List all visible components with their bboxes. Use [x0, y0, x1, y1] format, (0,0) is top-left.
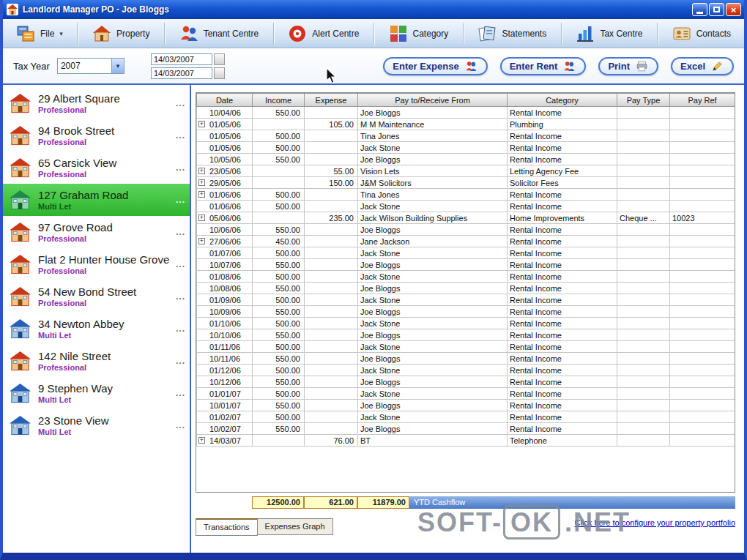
- menu-item-category[interactable]: Category: [386, 23, 452, 45]
- property-options-button[interactable]: ...: [174, 356, 187, 366]
- table-row[interactable]: +29/05/06150.00J&M SolicitorsSolicitor F…: [197, 177, 735, 189]
- property-options-button[interactable]: ...: [174, 163, 187, 173]
- enter-rent-button[interactable]: Enter Rent: [500, 57, 587, 75]
- cell-payref: [670, 247, 735, 259]
- expand-icon[interactable]: +: [198, 168, 205, 174]
- table-row[interactable]: 10/07/06550.00Joe BloggsRental Income: [197, 259, 735, 271]
- property-item[interactable]: 127 Graham RoadMulti Let...: [3, 184, 190, 216]
- property-item[interactable]: 29 Albert SquareProfessional...: [3, 87, 190, 119]
- table-row[interactable]: 01/06/06500.00Jack StoneRental Income: [197, 201, 735, 212]
- tab-expenses-graph[interactable]: Expenses Graph: [257, 518, 333, 535]
- expand-icon[interactable]: +: [198, 191, 205, 198]
- property-options-button[interactable]: ...: [174, 130, 187, 141]
- tab-transactions[interactable]: Transactions: [196, 518, 258, 536]
- menu-item-tenant-centre[interactable]: Tenant Centre: [176, 23, 261, 45]
- cell-category: Rental Income: [508, 411, 617, 423]
- column-header-pay-type[interactable]: Pay Type: [617, 94, 670, 107]
- menu-item-statements[interactable]: Statements: [475, 23, 549, 45]
- expand-icon[interactable]: +: [198, 238, 205, 244]
- property-item[interactable]: 34 Newton AbbeyMulti Let...: [3, 313, 190, 345]
- tax-year-select[interactable]: 2007 ▼: [57, 58, 124, 74]
- chevron-down-icon[interactable]: ▼: [111, 59, 124, 73]
- minimize-button[interactable]: [692, 3, 707, 16]
- table-row[interactable]: 01/07/06500.00Jack StoneRental Income: [197, 247, 735, 259]
- table-row[interactable]: 01/05/06500.00Jack StoneRental Income: [197, 142, 735, 154]
- property-item[interactable]: 142 Nile StreetProfessional...: [3, 345, 190, 377]
- column-header-expense[interactable]: Expense: [305, 94, 358, 107]
- table-row[interactable]: 10/10/06550.00Joe BloggsRental Income: [197, 329, 735, 341]
- property-options-button[interactable]: ...: [174, 98, 187, 108]
- table-row[interactable]: +23/05/0655.00Vision LetsLetting Agency …: [197, 165, 735, 177]
- cell-payref: 10023: [670, 212, 735, 224]
- table-row[interactable]: 10/05/06550.00Joe BloggsRental Income: [197, 154, 735, 165]
- table-row[interactable]: +05/06/06235.00Jack Wilson Building Supp…: [197, 212, 735, 224]
- menu-item-file[interactable]: File▾: [13, 23, 66, 45]
- table-row[interactable]: 01/11/06500.00Jack StoneRental Income: [197, 341, 735, 353]
- table-row[interactable]: 10/08/06550.00Joe BloggsRental Income: [197, 283, 735, 294]
- column-header-date[interactable]: Date: [197, 94, 253, 107]
- table-row[interactable]: 10/02/07550.00Joe BloggsRental Income: [197, 423, 735, 435]
- table-row[interactable]: +01/05/06105.00M M MaintenancePlumbing: [197, 119, 735, 130]
- property-item[interactable]: 23 Stone ViewMulti Let...: [3, 409, 190, 441]
- table-row[interactable]: 10/11/06550.00Joe BloggsRental Income: [197, 353, 735, 365]
- property-options-button[interactable]: ...: [174, 227, 187, 237]
- cell-payref: [670, 165, 735, 177]
- table-row[interactable]: 01/01/07500.00Jack StoneRental Income: [197, 388, 735, 400]
- table-row[interactable]: 10/04/06550.00Joe BloggsRental Income: [197, 107, 735, 119]
- table-row[interactable]: 01/08/06500.00Jack StoneRental Income: [197, 271, 735, 283]
- cell-category: Rental Income: [508, 107, 617, 119]
- date-to-input[interactable]: [151, 67, 212, 79]
- expand-icon[interactable]: +: [198, 437, 205, 444]
- menu-item-contacts[interactable]: Contacts: [669, 23, 734, 45]
- main-panel: DateIncomeExpensePay to/Receive FromCate…: [191, 85, 744, 553]
- date-from-picker-button[interactable]: [214, 53, 225, 65]
- restore-button[interactable]: [709, 3, 724, 16]
- print-button[interactable]: Print: [598, 57, 658, 75]
- property-item[interactable]: 94 Brook StreetProfessional...: [3, 119, 190, 152]
- table-row[interactable]: 10/09/06550.00Joe BloggsRental Income: [197, 306, 735, 318]
- property-options-button[interactable]: ...: [174, 195, 187, 205]
- property-item[interactable]: 54 New Bond StreetProfessional...: [3, 280, 190, 313]
- configure-portfolio-link[interactable]: Click here to configure your property po…: [575, 518, 736, 527]
- property-item[interactable]: 65 Carsick ViewProfessional...: [3, 152, 190, 184]
- table-row[interactable]: 01/02/07500.00Jack StoneRental Income: [197, 411, 735, 423]
- property-options-button[interactable]: ...: [174, 259, 187, 269]
- property-type: Multi Let: [38, 395, 174, 404]
- column-header-pay-to-receive-from[interactable]: Pay to/Receive From: [358, 94, 508, 107]
- date-from-input[interactable]: [151, 53, 212, 65]
- property-item[interactable]: 9 Stephen WayMulti Let...: [3, 377, 190, 409]
- property-item[interactable]: Flat 2 Hunter House GroveProfessional...: [3, 248, 190, 280]
- expand-icon[interactable]: +: [198, 179, 205, 186]
- cell-income: [253, 177, 305, 189]
- cell-payref: [670, 423, 735, 435]
- property-options-button[interactable]: ...: [174, 420, 187, 430]
- table-row[interactable]: +01/06/06500.00Tina JonesRental Income: [197, 189, 735, 201]
- property-options-button[interactable]: ...: [174, 324, 187, 334]
- column-header-pay-ref[interactable]: Pay Ref: [670, 94, 735, 107]
- table-row[interactable]: +27/06/06450.00Jane JacksonRental Income: [197, 236, 735, 247]
- table-row[interactable]: 01/05/06500.00Tina JonesRental Income: [197, 130, 735, 142]
- cell-payee: Jack Stone: [358, 341, 508, 353]
- excel-button[interactable]: Excel: [671, 57, 734, 75]
- expand-icon[interactable]: +: [198, 121, 205, 127]
- table-row[interactable]: 01/09/06500.00Jack StoneRental Income: [197, 294, 735, 306]
- table-row[interactable]: 10/01/07550.00Joe BloggsRental Income: [197, 400, 735, 411]
- date-to-picker-button[interactable]: [214, 67, 225, 79]
- column-header-category[interactable]: Category: [508, 94, 617, 107]
- property-item[interactable]: 97 Grove RoadProfessional...: [3, 216, 190, 248]
- expand-icon[interactable]: +: [198, 214, 205, 221]
- menu-item-property[interactable]: Property: [89, 23, 152, 45]
- property-options-button[interactable]: ...: [174, 388, 187, 398]
- close-button[interactable]: ×: [726, 3, 741, 16]
- table-row[interactable]: 01/12/06500.00Jack StoneRental Income: [197, 365, 735, 376]
- table-row[interactable]: 01/10/06500.00Jack StoneRental Income: [197, 318, 735, 329]
- table-row[interactable]: 10/12/06550.00Joe BloggsRental Income: [197, 376, 735, 388]
- table-row[interactable]: +14/03/0776.00BTTelephone: [197, 435, 735, 447]
- menu-item-alert-centre[interactable]: Alert Centre: [285, 23, 362, 45]
- enter-expense-button[interactable]: Enter Expense: [383, 57, 487, 75]
- menu-item-tax-centre[interactable]: Tax Centre: [573, 23, 645, 45]
- titlebar[interactable]: Landlord Manager PO - Joe Bloggs ×: [3, 0, 744, 19]
- property-options-button[interactable]: ...: [174, 291, 187, 302]
- table-row[interactable]: 10/06/06550.00Joe BloggsRental Income: [197, 224, 735, 236]
- column-header-income[interactable]: Income: [253, 94, 305, 107]
